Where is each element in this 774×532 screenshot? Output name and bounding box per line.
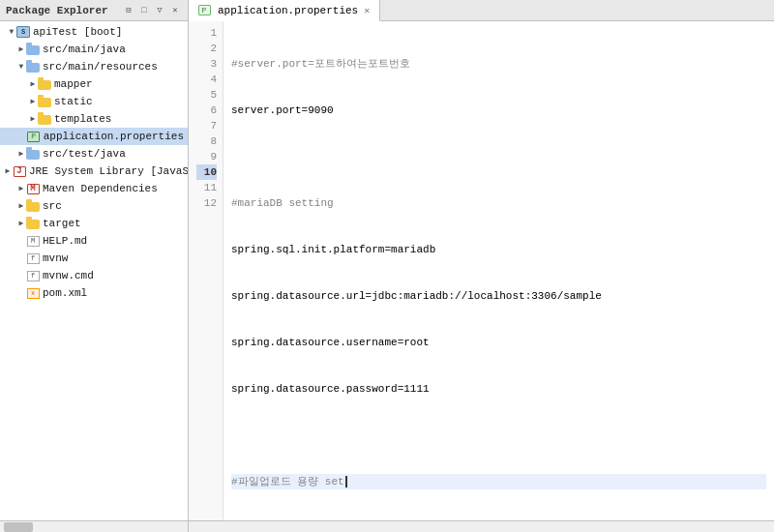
src-folder-icon-java [25,42,41,57]
tree-label-mvnw: mvnw [43,251,68,266]
arrow-src: ▶ [17,198,25,214]
tree-item-pom-xml[interactable]: x pom.xml [0,284,188,302]
tree-label-jre: JRE System Library [JavaSE-14] [29,163,188,179]
tree-label-src-test-java: src/test/java [43,146,126,162]
library-icon-jre: J [12,163,27,179]
tree-item-src-main-resources[interactable]: ▼ src/main/resources [0,58,188,75]
code-line-4: #mariaDB setting [231,195,766,211]
tree-item-templates[interactable]: ▶ templates [0,110,188,128]
tree-label-src-main-java: src/main/java [43,42,126,57]
code-lines[interactable]: #server.port=포트하여는포트번호 server.port=9090 … [223,21,774,520]
text-file-icon-help: M [25,233,41,249]
main-container: Package Explorer ⊟ □ ▽ ✕ ▼ S apiTest [bo… [0,0,774,532]
tree-label-src-main-resources: src/main/resources [43,59,158,74]
arrow-target: ▶ [17,216,25,231]
bottom-scrollbar-area [0,520,774,532]
tree-label-help-md: HELP.md [43,233,87,249]
code-line-7: spring.datasource.username=root [231,335,766,350]
tree-item-src[interactable]: ▶ src [0,197,188,215]
arrow-static: ▶ [29,94,37,109]
library-icon-maven: M [25,181,41,196]
line-num-12: 12 [196,195,217,211]
tree-label-mvnw-cmd: mvnw.cmd [43,268,94,283]
folder-icon-mapper [37,76,52,92]
code-content-5: spring.sql.init.platform=mariadb [231,242,435,257]
arrow-templates: ▶ [29,111,37,127]
line-num-9: 9 [196,149,217,164]
text-file-icon-mvnw-cmd: f [25,268,41,283]
folder-icon-templates [37,111,52,127]
close-icon[interactable]: ✕ [168,4,182,17]
tree-item-help-md[interactable]: M HELP.md [0,232,188,250]
editor-tabs: P application.properties ✕ [189,0,774,21]
pom-file-icon: x [25,285,41,301]
line-num-11: 11 [196,180,217,195]
minimize-icon[interactable]: ⊟ [122,4,135,17]
arrow-src-test-java: ▶ [17,146,25,162]
maximize-icon[interactable]: □ [137,4,151,17]
panel-header: Package Explorer ⊟ □ ▽ ✕ [0,0,188,21]
tree-label-static: static [54,94,93,109]
tree-label-templates: templates [54,111,111,127]
tree-item-target[interactable]: ▶ target [0,215,188,232]
arrow-mapper: ▶ [29,76,37,92]
tree-item-mapper[interactable]: ▶ mapper [0,75,188,93]
code-line-6: spring.datasource.url=jdbc:mariadb://loc… [231,288,766,304]
line-num-2: 2 [196,41,217,56]
src-folder-icon-test [25,146,41,162]
tree-area[interactable]: ▼ S apiTest [boot] ▶ src/main/java [0,21,188,520]
code-line-3 [231,149,766,164]
code-line-10: #파일업로드 용량 set [231,474,766,489]
arrow-src-main-java: ▶ [17,42,25,57]
line-num-4: 4 [196,72,217,87]
tab-file-icon: P [196,3,212,18]
line-num-8: 8 [196,133,217,149]
menu-icon[interactable]: ▽ [153,4,166,17]
tab-close-button[interactable]: ✕ [364,5,370,16]
tree-label-apitest: apiTest [boot] [33,24,122,40]
folder-icon-src [25,198,41,214]
tree-item-static[interactable]: ▶ static [0,93,188,110]
right-scrollbar[interactable] [189,520,774,532]
panel-header-icons: ⊟ □ ▽ ✕ [122,4,182,17]
tree-label-maven: Maven Dependencies [43,181,158,196]
tree-item-jre[interactable]: ▶ J JRE System Library [JavaSE-14] [0,163,188,180]
code-content-7: spring.datasource.username=root [231,335,430,350]
tree-item-apitest[interactable]: ▼ S apiTest [boot] [0,23,188,41]
text-file-icon-mvnw: f [25,251,41,266]
src-folder-icon-resources [25,59,41,74]
editor-content[interactable]: 1 2 3 4 5 6 7 8 9 10 11 12 #server [189,21,774,520]
tree-item-mvnw-cmd[interactable]: f mvnw.cmd [0,267,188,284]
tree-label-src: src [43,198,62,214]
tree-item-src-test-java[interactable]: ▶ src/test/java [0,145,188,163]
panel-title: Package Explorer [6,5,108,16]
line-num-3: 3 [196,56,217,72]
code-content-6: spring.datasource.url=jdbc:mariadb://loc… [231,288,602,304]
tree-item-application-properties[interactable]: P application.properties [0,128,188,145]
line-num-7: 7 [196,118,217,133]
code-line-5: spring.sql.init.platform=mariadb [231,242,766,257]
tree-item-mvnw[interactable]: f mvnw [0,250,188,267]
code-content-8: spring.datasource.password=1111 [231,381,430,397]
code-line-1: #server.port=포트하여는포트번호 [231,56,766,72]
folder-icon-target [25,216,41,231]
left-scrollbar[interactable] [0,520,189,532]
code-content-2: server.port=9090 [231,103,334,118]
line-num-1: 1 [196,25,217,41]
arrow-apitest: ▼ [8,24,15,40]
tab-label: application.properties [218,5,358,16]
code-content-1: #server.port=포트하여는포트번호 [231,56,410,72]
panels: Package Explorer ⊟ □ ▽ ✕ ▼ S apiTest [bo… [0,0,774,520]
tree-label-application-properties: application.properties [44,129,184,144]
tree-label-pom-xml: pom.xml [43,285,87,301]
code-line-8: spring.datasource.password=1111 [231,381,766,397]
tab-application-properties[interactable]: P application.properties ✕ [189,0,380,21]
project-icon: S [15,24,31,40]
tree-item-maven[interactable]: ▶ M Maven Dependencies [0,180,188,197]
arrow-maven: ▶ [17,181,25,196]
folder-icon-static [37,94,52,109]
line-num-10: 10 [196,164,217,180]
tree-item-src-main-java[interactable]: ▶ src/main/java [0,41,188,58]
line-num-5: 5 [196,87,217,103]
left-scrollbar-thumb [4,522,33,532]
